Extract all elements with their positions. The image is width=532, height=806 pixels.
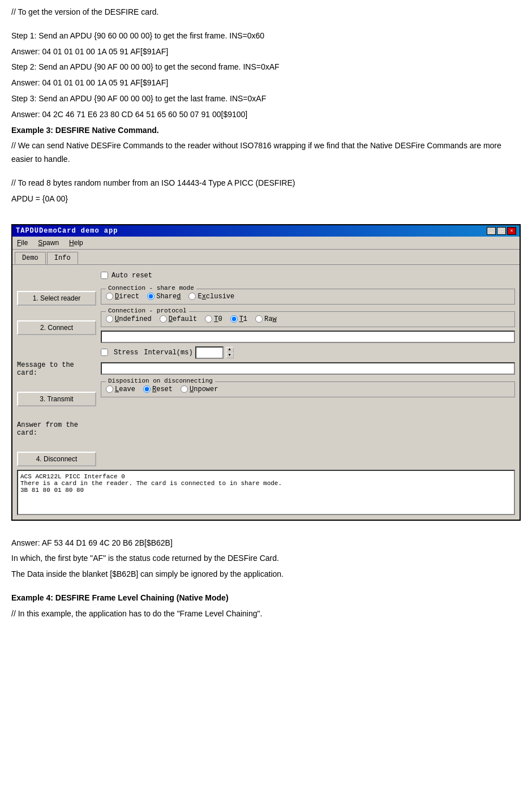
status-line-2: There is a card in the reader. The card …	[20, 480, 512, 487]
transmit-button[interactable]: 3. Transmit	[17, 392, 96, 406]
window-title: TAPDUDemoCard demo app	[16, 227, 118, 235]
connection-share-label: Connection - share mode	[106, 285, 196, 291]
line6: Step 3: Send an APDU {90 AF 00 00 00} to…	[11, 92, 521, 106]
menu-help[interactable]: Help	[67, 238, 85, 248]
line8: Example 3: DESFIRE Native Command.	[11, 124, 521, 138]
minimize-button[interactable]: _	[487, 227, 496, 235]
radio-default[interactable]: Default	[160, 315, 197, 323]
radio-exclusive[interactable]: Exclusive	[188, 293, 234, 301]
after1: Answer: AF 53 44 D1 69 4C 20 B6 2B[$B62B…	[11, 537, 521, 550]
auto-reset-checkbox[interactable]	[101, 272, 108, 279]
line1: // To get the version of the DESFIRE car…	[11, 6, 521, 19]
select-reader-button[interactable]: 1. Select reader	[17, 291, 96, 306]
tab-bar: Demo Info	[12, 250, 520, 265]
after2: In which, the first byte "AF" is the sta…	[11, 552, 521, 565]
radio-raw[interactable]: Raw	[255, 315, 277, 323]
radio-leave[interactable]: Leave	[106, 385, 135, 393]
line9: // We can send Native DESFire Commands t…	[11, 139, 521, 166]
message-input[interactable]: 0a 00	[101, 331, 515, 343]
menu-file[interactable]: File	[15, 238, 30, 248]
after5: // In this example, the application has …	[11, 607, 521, 621]
radio-reset[interactable]: Reset	[143, 385, 173, 393]
connection-protocol-label: Connection - protocol	[106, 307, 189, 314]
line5: Answer: 04 01 01 01 00 1A 05 91 AF[$91AF…	[11, 76, 521, 90]
answer-field-row: Answer:AF 53 44 D1 69 4C 20 B6 2B[$B62B]	[101, 362, 515, 375]
demo-window: TAPDUDemoCard demo app _ □ ✕ File Spawn …	[11, 224, 521, 521]
window-body: 1. Select reader 2. Connect Message to t…	[12, 265, 520, 520]
radio-unpower[interactable]: Unpower	[181, 385, 218, 393]
message-label: Message to the card:	[17, 361, 96, 377]
spin-buttons: ▲ ▼	[226, 347, 234, 358]
disposition-radio-row: Leave Reset Unpower	[106, 385, 510, 393]
after-window-text: Answer: AF 53 44 D1 69 4C 20 B6 2B[$B62B…	[11, 529, 521, 621]
tab-demo[interactable]: Demo	[15, 252, 46, 264]
stress-checkbox[interactable]	[101, 349, 108, 356]
menubar: File Spawn Help	[12, 237, 520, 250]
connection-protocol-radio-row: Undefined Default T0 T1 Raw	[106, 315, 510, 323]
tab-info[interactable]: Info	[47, 252, 78, 264]
maximize-button[interactable]: □	[497, 227, 506, 235]
status-line-1: ACS ACR122L PICC Interface 0	[20, 473, 512, 480]
document-text: // To get the version of the DESFIRE car…	[11, 6, 521, 216]
auto-reset-label: Auto reset	[111, 272, 152, 280]
interval-input[interactable]: 500	[195, 346, 224, 359]
right-panel: Auto reset Connection - share mode Direc…	[101, 269, 515, 466]
answer-input[interactable]: Answer:AF 53 44 D1 69 4C 20 B6 2B[$B62B]	[101, 362, 515, 375]
window-titlebar: TAPDUDemoCard demo app _ □ ✕	[12, 225, 520, 237]
line4: Step 2: Send an APDU {90 AF 00 00 00} to…	[11, 61, 521, 74]
connection-protocol-group: Connection - protocol Undefined Default …	[101, 311, 515, 327]
status-line-3: 3B 81 80 01 80 80	[20, 487, 512, 494]
stress-label: Stress	[114, 349, 138, 357]
disconnect-button[interactable]: 4. Disconnect	[17, 452, 96, 466]
menu-spawn[interactable]: Spawn	[36, 238, 61, 248]
radio-undefined[interactable]: Undefined	[106, 315, 152, 323]
line7: Answer: 04 2C 46 71 E6 23 80 CD 64 51 65…	[11, 108, 521, 122]
spin-up-button[interactable]: ▲	[226, 347, 234, 353]
line3: Answer: 04 01 01 01 00 1A 05 91 AF[$91AF…	[11, 45, 521, 59]
auto-reset-row: Auto reset	[101, 269, 515, 282]
radio-direct[interactable]: Direct	[106, 293, 139, 301]
after4: Example 4: DESFIRE Frame Level Chaining …	[11, 591, 521, 605]
connection-share-radio-row: Direct Shared Exclusive	[106, 293, 510, 301]
radio-shared[interactable]: Shared	[147, 293, 181, 301]
interval-box: Interval(ms) 500 ▲ ▼	[144, 346, 233, 359]
radio-t0[interactable]: T0	[205, 315, 222, 323]
close-button[interactable]: ✕	[507, 227, 516, 235]
radio-t1[interactable]: T1	[230, 315, 247, 323]
answer-label: Answer from the card:	[17, 421, 96, 437]
line2: Step 1: Send an APDU {90 60 00 00 00} to…	[11, 29, 521, 43]
status-area: ACS ACR122L PICC Interface 0 There is a …	[17, 470, 515, 515]
stress-row: Stress Interval(ms) 500 ▲ ▼	[101, 346, 515, 359]
left-buttons: 1. Select reader 2. Connect Message to t…	[17, 269, 96, 466]
disposition-group: Disposition on disconnecting Leave Reset…	[101, 381, 515, 397]
disposition-label: Disposition on disconnecting	[106, 378, 215, 384]
after3: The Data inside the blanket [$B62B] can …	[11, 568, 521, 581]
connect-button[interactable]: 2. Connect	[17, 320, 96, 335]
message-field-row: 0a 00	[101, 331, 515, 343]
line11: APDU = {0A 00}	[11, 192, 521, 206]
window-controls: _ □ ✕	[487, 227, 516, 235]
main-layout: 1. Select reader 2. Connect Message to t…	[17, 269, 515, 466]
line10: // To read 8 bytes random number from an…	[11, 177, 521, 190]
interval-label: Interval(ms)	[144, 349, 192, 357]
spin-down-button[interactable]: ▼	[226, 353, 234, 358]
connection-share-group: Connection - share mode Direct Shared Ex…	[101, 289, 515, 305]
